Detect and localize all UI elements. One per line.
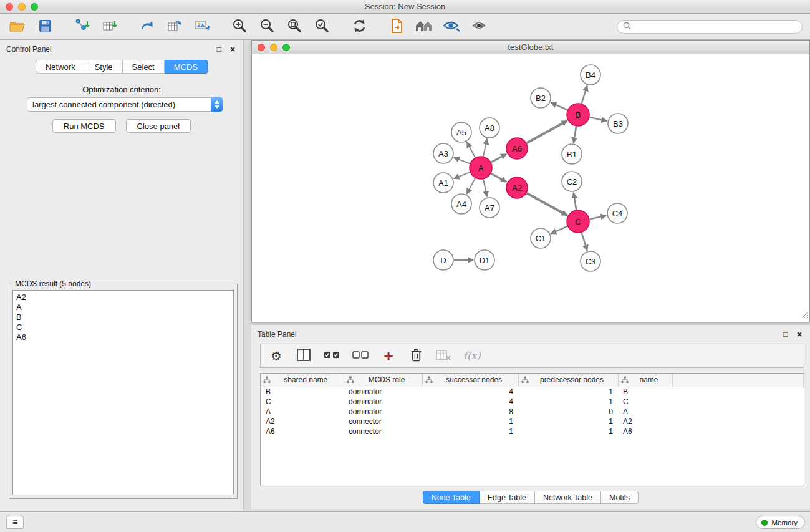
control-panel-float-button[interactable]: □ (213, 44, 224, 55)
node-C1[interactable]: C1 (531, 228, 551, 248)
show-columns-button[interactable] (296, 346, 311, 366)
network-overview-button[interactable] (414, 17, 434, 37)
node-A3[interactable]: A3 (433, 143, 453, 163)
edge-C-C4[interactable] (590, 216, 607, 220)
tab-style[interactable]: Style (85, 60, 123, 74)
document-arrow-button[interactable] (387, 17, 407, 37)
toolbar-search[interactable] (617, 20, 803, 34)
edge-A-A4[interactable] (466, 178, 475, 194)
node-A1[interactable]: A1 (433, 173, 453, 193)
list-item[interactable]: B (16, 312, 230, 322)
edge-A-A3[interactable] (454, 157, 470, 163)
node-B1[interactable]: B1 (562, 144, 582, 164)
run-mcds-button[interactable]: Run MCDS (52, 119, 116, 133)
list-item[interactable]: A (16, 302, 230, 312)
edge-B-B1[interactable] (574, 127, 576, 143)
node-A7[interactable]: A7 (480, 198, 499, 218)
export-image-button[interactable] (192, 17, 212, 37)
network-canvas[interactable]: B4B2BB3A5A8A6A3AB1A1A2C2A4A7C4CC1DD1C3 (252, 54, 809, 322)
tab-motifs[interactable]: Motifs (601, 491, 639, 504)
zoom-fit-button[interactable] (284, 17, 304, 37)
tab-network[interactable]: Network (36, 60, 85, 74)
table-settings-button[interactable]: ⚙ (269, 346, 284, 366)
edge-B-B2[interactable] (551, 102, 567, 110)
function-builder-button[interactable]: f(x) (463, 346, 480, 366)
tab-select[interactable]: Select (123, 60, 165, 74)
column-header-name[interactable]: name (618, 374, 672, 387)
edge-A6-B[interactable] (527, 121, 567, 143)
zoom-out-button[interactable] (257, 17, 277, 37)
node-table-container[interactable]: shared name MCDS role successor nodes pr… (260, 373, 804, 486)
table-row[interactable]: Adominator 80 A (261, 407, 804, 417)
edge-A-A7[interactable] (483, 180, 487, 197)
delete-column-button[interactable] (408, 346, 423, 366)
import-table-button[interactable] (100, 17, 120, 37)
memory-button[interactable]: Memory (756, 516, 805, 529)
node-A6[interactable]: A6 (506, 138, 528, 159)
search-input[interactable] (635, 22, 796, 31)
edge-C-C3[interactable] (582, 233, 587, 251)
deselect-all-button[interactable] (352, 346, 369, 366)
refresh-layout-button[interactable] (349, 17, 369, 37)
node-B2[interactable]: B2 (531, 88, 551, 108)
add-column-button[interactable]: + (381, 346, 396, 366)
node-D1[interactable]: D1 (475, 250, 494, 270)
list-item[interactable]: C (16, 322, 230, 332)
edge-A-A2[interactable] (491, 173, 507, 182)
column-header-mcds-role[interactable]: MCDS role (344, 374, 422, 387)
tab-edge-table[interactable]: Edge Table (480, 491, 535, 504)
import-network-button[interactable] (72, 17, 92, 37)
node-A5[interactable]: A5 (451, 122, 471, 142)
node-D[interactable]: D (433, 250, 453, 270)
edge-C-C2[interactable] (574, 193, 576, 210)
edge-B-B4[interactable] (582, 85, 587, 104)
node-C3[interactable]: C3 (581, 251, 600, 271)
list-item[interactable]: A2 (16, 293, 230, 302)
table-row[interactable]: Bdominator 41 B (261, 387, 804, 397)
edge-A2-C[interactable] (527, 193, 567, 216)
node-B[interactable]: B (567, 104, 589, 126)
save-session-button[interactable] (35, 17, 55, 37)
node-C2[interactable]: C2 (562, 172, 582, 191)
node-C[interactable]: C (567, 210, 589, 233)
delete-table-button[interactable] (436, 346, 451, 366)
edge-A-A5[interactable] (467, 142, 475, 157)
edge-A-A8[interactable] (483, 139, 487, 157)
table-row[interactable]: A2connector 11 A2 (261, 417, 804, 427)
table-row[interactable]: A6connector 11 A6 (261, 427, 804, 437)
open-session-button[interactable] (7, 17, 27, 37)
optimization-criterion-dropdown[interactable]: largest connected component (directed) (27, 97, 223, 112)
select-all-button[interactable] (324, 346, 340, 366)
node-A8[interactable]: A8 (480, 118, 499, 138)
network-canvas-svg[interactable]: B4B2BB3A5A8A6A3AB1A1A2C2A4A7C4CC1DD1C3 (252, 54, 809, 322)
column-header-predecessor-nodes[interactable]: predecessor nodes (518, 374, 618, 387)
node-A4[interactable]: A4 (451, 194, 471, 214)
edge-A-A6[interactable] (491, 154, 506, 162)
table-row[interactable]: Cdominator 41 C (261, 397, 804, 407)
zoom-in-button[interactable] (229, 17, 249, 37)
task-history-button[interactable]: ≡ (6, 516, 24, 529)
show-hide-eye-button[interactable] (469, 17, 489, 37)
close-panel-button[interactable]: Close panel (126, 119, 191, 133)
column-header-shared-name[interactable]: shared name (261, 374, 344, 387)
tab-network-table[interactable]: Network Table (535, 491, 601, 504)
edge-C-C1[interactable] (551, 226, 567, 234)
style-eye-button[interactable] (441, 17, 461, 37)
edge-A-A1[interactable] (454, 172, 470, 178)
export-table-button[interactable] (165, 17, 185, 37)
node-A[interactable]: A (470, 157, 492, 179)
resize-handle[interactable] (801, 310, 809, 321)
table-panel-close-button[interactable]: × (794, 329, 805, 340)
table-panel-float-button[interactable]: □ (780, 329, 791, 340)
new-network-button[interactable] (137, 17, 157, 37)
node-B3[interactable]: B3 (608, 114, 628, 133)
node-A2[interactable]: A2 (506, 177, 528, 198)
column-header-successor-nodes[interactable]: successor nodes (422, 374, 518, 387)
tab-node-table[interactable]: Node Table (423, 491, 480, 504)
node-C4[interactable]: C4 (607, 203, 627, 223)
edge-B-B3[interactable] (590, 117, 607, 121)
zoom-selected-button[interactable] (312, 17, 332, 37)
control-panel-close-button[interactable]: × (227, 44, 238, 55)
node-B4[interactable]: B4 (581, 65, 600, 85)
tab-mcds[interactable]: MCDS (165, 60, 208, 74)
